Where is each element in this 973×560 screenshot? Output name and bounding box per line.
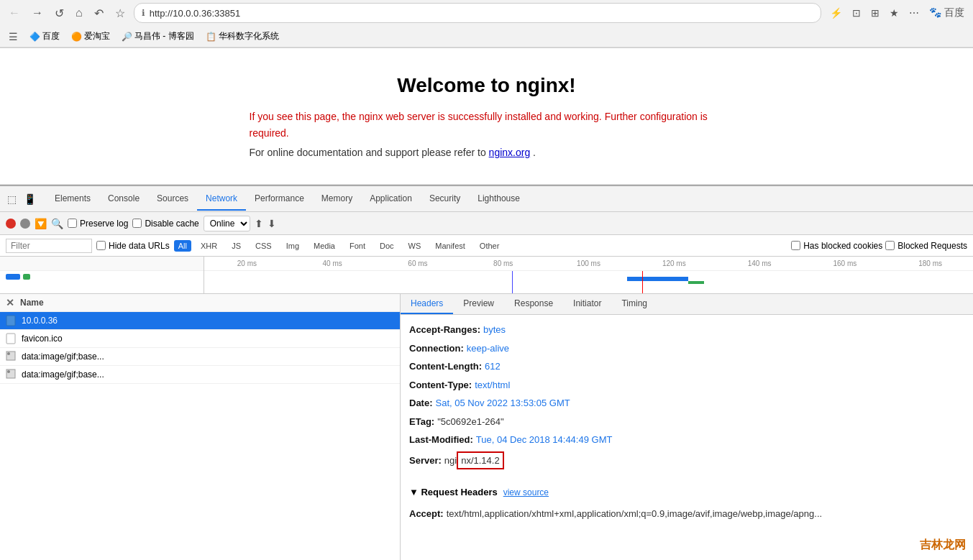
throttle-select[interactable]: Online [204,216,250,231]
refresh-button[interactable]: ↺ [52,5,67,22]
timeline-line-blue [512,271,513,293]
filter-blocked-area: Has blocked cookies Blocked Requests [791,241,967,251]
nginx-title: Welcome to nginx! [250,74,724,97]
download-har-button[interactable]: ⬇ [268,218,276,229]
detail-tab-bar: Headers Preview Response Initiator Timin… [401,294,973,315]
blocked-requests-checkbox[interactable] [885,241,895,250]
svg-point-5 [7,370,10,373]
name-panel: ✕ Name 10.0.0.36 favicon.ico data:image [0,294,401,560]
disable-cache-checkbox[interactable] [132,219,142,228]
home-button[interactable]: ⌂ [73,5,86,21]
star-button[interactable]: ☆ [112,5,128,22]
detail-tab-headers[interactable]: Headers [401,294,453,314]
timeline-bar-blue [627,277,689,281]
forward-button[interactable]: → [29,5,46,21]
tab-security[interactable]: Security [421,188,469,211]
item4-name: data:image/gif;base... [22,369,104,380]
bookmark-taobao[interactable]: 🟠 爱淘宝 [68,29,113,44]
detail-tab-initiator[interactable]: Initiator [563,294,611,314]
device-icon[interactable]: 📱 [22,192,37,206]
filter-font-btn[interactable]: Font [344,239,370,252]
blocked-cookies-label[interactable]: Has blocked cookies [791,241,882,251]
stop-button[interactable] [20,219,30,229]
hkdsys-bk-label: 华科数字化系统 [219,30,279,42]
blocked-cookies-checkbox[interactable] [791,241,800,250]
filter-css-btn[interactable]: CSS [250,239,277,252]
blocked-requests-label[interactable]: Blocked Requests [885,241,967,251]
taobao-bk-label: 爱淘宝 [84,30,110,42]
header-etag: ETag: "5c0692e1-264" [409,413,964,431]
filter-input[interactable] [6,239,92,253]
tab-console[interactable]: Console [99,188,148,211]
list-item[interactable]: 10.0.0.36 [0,312,400,330]
list-item[interactable]: data:image/gif;base... [0,348,400,366]
record-button[interactable] [6,219,16,229]
filter-media-btn[interactable]: Media [309,239,340,252]
upload-har-button[interactable]: ⬆ [255,218,263,229]
header-last-modified: Last-Modified: Tue, 04 Dec 2018 14:44:49… [409,431,964,449]
network-toolbar: 🔽 🔍 Preserve log Disable cache Online ⬆ … [0,212,973,235]
close-detail-button[interactable]: ✕ [6,297,14,308]
svg-rect-1 [6,334,15,344]
item3-name: data:image/gif;base... [22,352,104,362]
screen-button[interactable]: ⊞ [868,6,882,20]
page-content: Welcome to nginx! If you see this page, … [0,48,973,185]
list-item[interactable]: favicon.ico [0,330,400,348]
detail-content: Accept-Ranges: bytes Connection: keep-al… [401,315,973,528]
filter-img-btn[interactable]: Img [281,239,304,252]
filter-xhr-btn[interactable]: XHR [196,239,222,252]
search-icon[interactable]: 🔍 [51,218,63,229]
filter-ws-btn[interactable]: WS [403,239,426,252]
bookmark-hkdsys[interactable]: 📋 华科数字化系统 [203,29,282,44]
ruler-180ms: 180 ms [887,260,973,267]
lightning-button[interactable]: ⚡ [827,6,845,20]
detail-tab-response[interactable]: Response [504,294,563,314]
blocked-requests-text: Blocked Requests [897,241,967,251]
preserve-log-label[interactable]: Preserve log [68,219,128,229]
svg-point-3 [7,352,10,355]
tab-performance[interactable]: Performance [246,188,313,211]
bookmark-star-button[interactable]: ★ [887,6,902,20]
more-button[interactable]: ⋯ [906,6,922,20]
back-button[interactable]: ← [6,5,23,21]
timeline-chart: 20 ms 40 ms 60 ms 80 ms 100 ms 120 ms 14… [204,257,973,293]
baidu-ext-button[interactable]: 🐾 百度 [926,5,967,21]
disable-cache-label[interactable]: Disable cache [132,219,198,229]
ruler-80ms: 80 ms [460,260,546,267]
detail-tab-preview[interactable]: Preview [453,294,504,314]
tab-application[interactable]: Application [361,188,421,211]
hide-data-urls-label[interactable]: Hide data URLs [96,241,170,251]
filter-js-btn[interactable]: JS [227,239,246,252]
hide-data-urls-text: Hide data URLs [109,241,170,251]
filter-all-btn[interactable]: All [174,240,191,252]
view-source-link[interactable]: view source [503,486,549,499]
filter-doc-btn[interactable]: Doc [375,239,399,252]
preserve-log-checkbox[interactable] [68,219,77,228]
tab-sources[interactable]: Sources [148,188,197,211]
screenshot-button[interactable]: ⊡ [849,6,864,20]
address-bar[interactable]: ℹ http://10.0.0.36:33851 [134,3,821,23]
tab-memory[interactable]: Memory [313,188,361,211]
ruler-120ms: 120 ms [631,260,717,267]
ruler-40ms: 40 ms [290,260,375,267]
tab-network[interactable]: Network [197,188,246,211]
hide-data-urls-checkbox[interactable] [96,241,106,250]
bookmark-blog[interactable]: 🔎 马昌伟 - 博客园 [119,29,197,44]
filter-icon[interactable]: 🔽 [35,218,47,229]
detail-tab-timing[interactable]: Timing [611,294,657,314]
ruler-60ms: 60 ms [375,260,461,267]
bookmark-baidu[interactable]: 🔷 百度 [27,29,63,44]
doc-icon-item2 [6,333,17,344]
nginx-org-link[interactable]: nginx.org [489,147,531,158]
filter-other-btn[interactable]: Other [475,239,505,252]
timeline-line-red [642,271,643,293]
list-item[interactable]: data:image/gif;base... [0,366,400,384]
devtools-panel: ⬚ 📱 Elements Console Sources Network Per… [0,185,973,560]
filter-manifest-btn[interactable]: Manifest [430,239,470,252]
tab-lighthouse[interactable]: Lighthouse [469,188,529,211]
tab-elements[interactable]: Elements [46,188,99,211]
bookmarks-toggle[interactable]: ☰ [6,29,21,44]
bookmarks-bar: ☰ 🔷 百度 🟠 爱淘宝 🔎 马昌伟 - 博客园 📋 华科数字化系统 [0,26,973,47]
undo-button[interactable]: ↶ [91,5,106,22]
inspect-icon[interactable]: ⬚ [6,192,18,206]
